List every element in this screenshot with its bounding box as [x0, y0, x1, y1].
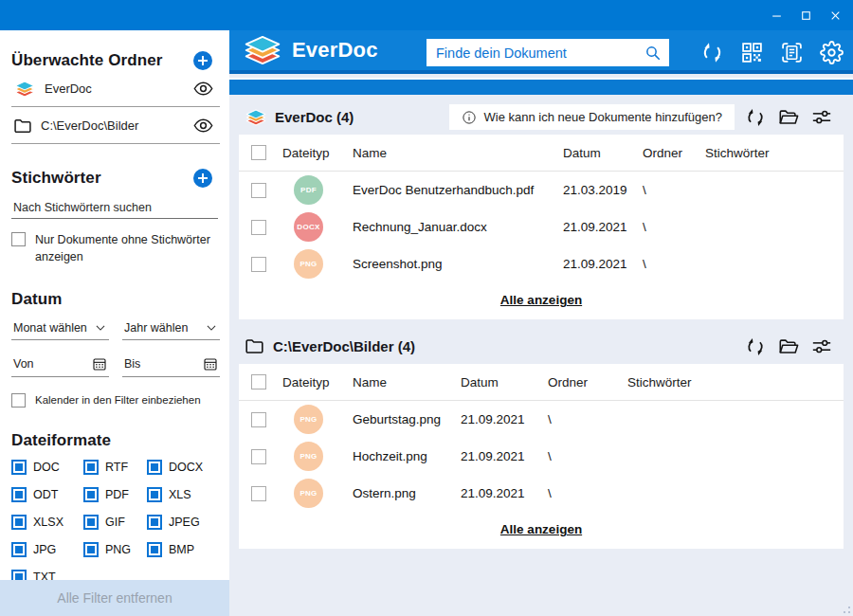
titlebar [0, 0, 853, 30]
filetype-badge: DOCX [294, 212, 323, 242]
format-checkbox-pdf[interactable]: PDF [83, 487, 147, 502]
clear-all-filters-button[interactable]: Alle Filter entfernen [0, 580, 229, 616]
format-checkbox-bmp[interactable]: BMP [147, 542, 220, 557]
sidebar-folder-bilder[interactable]: C:\EverDoc\Bilder [11, 107, 220, 144]
bilder-table: Dateityp Name Datum Ordner Stichwörter P… [239, 364, 844, 549]
search-icon[interactable] [644, 45, 662, 62]
show-all-link[interactable]: Alle anzeigen [500, 293, 582, 307]
maximize-icon [800, 9, 812, 22]
add-keyword-button[interactable] [193, 169, 212, 188]
format-checkbox-jpg[interactable]: JPG [11, 542, 83, 557]
include-calendar-checkbox[interactable] [11, 393, 26, 408]
month-select[interactable]: Monat wählen [11, 318, 109, 340]
select-all-checkbox[interactable] [251, 374, 266, 390]
format-checkbox-gif[interactable]: GIF [83, 515, 147, 530]
checkbox-checked[interactable] [83, 542, 99, 557]
help-banner-text: Wie kann ich neue Dokumente hinzufügen? [484, 110, 723, 124]
document-date: 21.09.2021 [563, 257, 643, 271]
select-all-checkbox[interactable] [251, 145, 266, 160]
minimize-button[interactable] [766, 5, 787, 26]
minimize-icon [771, 9, 783, 22]
filter-sliders-button[interactable] [811, 107, 832, 128]
checkbox-checked[interactable] [11, 515, 27, 530]
format-checkbox-odt[interactable]: ODT [11, 487, 83, 502]
only-without-keywords-checkbox[interactable] [11, 232, 26, 246]
format-checkbox-doc[interactable]: DOC [11, 460, 83, 475]
show-all-link[interactable]: Alle anzeigen [500, 522, 582, 536]
document-folder: \ [548, 412, 627, 426]
table-row[interactable]: PNG Ostern.png 21.09.2021 \ [239, 475, 844, 512]
date-from-label: Von [13, 357, 34, 371]
refresh-folder-button[interactable] [745, 336, 766, 357]
watched-folders-title: Überwachte Ordner [11, 51, 162, 70]
row-checkbox[interactable] [251, 412, 266, 427]
table-row[interactable]: PDF EverDoc Benutzerhandbuch.pdf 21.03.2… [239, 172, 844, 208]
checkbox-checked[interactable] [11, 460, 27, 475]
folder-icon [245, 336, 264, 356]
document-name: EverDoc Benutzerhandbuch.pdf [353, 183, 563, 197]
checkbox-checked[interactable] [147, 515, 162, 530]
eye-icon[interactable] [193, 116, 213, 136]
format-checkbox-xlsx[interactable]: XLSX [11, 515, 83, 530]
sidebar-folder-everdoc[interactable]: EverDoc [11, 70, 220, 107]
qr-code-button[interactable] [740, 41, 764, 64]
format-checkbox-docx[interactable]: DOCX [147, 460, 220, 475]
add-folder-button[interactable] [193, 51, 212, 70]
scan-document-button[interactable] [780, 41, 804, 64]
checkbox-checked[interactable] [11, 487, 27, 502]
everdoc-table: Dateityp Name Datum Ordner Stichwörter P… [239, 135, 844, 319]
checkbox-checked[interactable] [147, 542, 162, 557]
table-row[interactable]: PNG Hochzeit.png 21.09.2021 \ [239, 438, 844, 475]
row-checkbox[interactable] [251, 220, 266, 235]
row-checkbox[interactable] [251, 257, 266, 272]
everdoc-logo-icon [243, 33, 282, 67]
document-folder: \ [548, 449, 627, 463]
filetype-badge: PNG [294, 479, 323, 508]
checkbox-checked[interactable] [83, 460, 99, 475]
year-select[interactable]: Jahr wählen [122, 318, 220, 340]
checkbox-checked[interactable] [147, 460, 162, 475]
sync-button[interactable] [700, 41, 724, 64]
file-formats-title: Dateiformate [11, 431, 111, 450]
open-folder-button[interactable] [778, 336, 799, 357]
document-folder: \ [643, 183, 705, 197]
filetype-badge: PNG [294, 442, 323, 471]
maximize-button[interactable] [795, 5, 816, 26]
format-checkbox-xls[interactable]: XLS [147, 487, 220, 502]
window-resize-grip[interactable] [839, 602, 850, 613]
table-row[interactable]: PNG Screenshot.png 21.09.2021 \ [239, 245, 844, 282]
brand: EverDoc [243, 33, 378, 67]
only-without-keywords-checkbox-row[interactable]: Nur Dokumente ohne Stichwörter anzeigen [11, 231, 220, 265]
close-button[interactable] [825, 5, 845, 26]
row-checkbox[interactable] [251, 183, 266, 198]
keyword-search-input[interactable] [11, 197, 218, 219]
document-search-input[interactable] [426, 45, 644, 61]
column-header: Stichwörter [705, 146, 844, 160]
refresh-folder-button[interactable] [745, 107, 766, 128]
checkbox-checked[interactable] [11, 542, 27, 557]
date-to-field[interactable]: Bis [122, 353, 220, 377]
document-date: 21.09.2021 [461, 486, 548, 500]
include-calendar-checkbox-row[interactable]: Kalender in den Filter einbeziehen [11, 392, 220, 408]
settings-gear-button[interactable] [820, 41, 844, 64]
document-search-box[interactable] [426, 39, 669, 66]
table-row[interactable]: DOCX Rechnung_Januar.docx 21.09.2021 \ [239, 208, 844, 245]
checkbox-checked[interactable] [83, 487, 99, 502]
table-row[interactable]: PNG Geburtstag.png 21.09.2021 \ [239, 401, 844, 438]
checkbox-checked[interactable] [147, 487, 162, 502]
help-banner[interactable]: Wie kann ich neue Dokumente hinzufügen? [449, 104, 735, 130]
filter-sliders-button[interactable] [811, 336, 832, 357]
calendar-icon[interactable] [203, 356, 218, 371]
format-checkbox-jpeg[interactable]: JPEG [147, 515, 220, 530]
date-from-field[interactable]: Von [11, 353, 109, 377]
row-checkbox[interactable] [251, 449, 266, 464]
file-format-grid: DOC RTF DOCX ODT PDF XLS XLSX GIF JPEG J… [11, 460, 220, 585]
open-folder-button[interactable] [778, 107, 799, 128]
row-checkbox[interactable] [251, 486, 266, 501]
checkbox-checked[interactable] [83, 515, 99, 530]
eye-icon[interactable] [193, 79, 213, 99]
calendar-icon[interactable] [92, 356, 107, 371]
format-checkbox-png[interactable]: PNG [83, 542, 147, 557]
date-title: Datum [11, 290, 62, 309]
format-checkbox-rtf[interactable]: RTF [83, 460, 147, 475]
